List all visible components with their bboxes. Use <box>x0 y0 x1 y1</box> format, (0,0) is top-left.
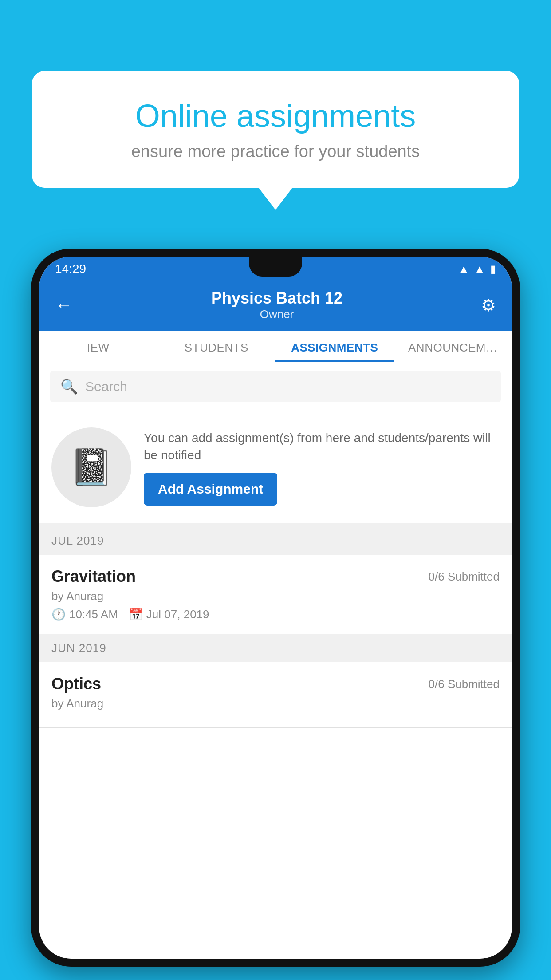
assignment-row: Optics 0/6 Submitted <box>51 675 500 693</box>
phone-screen: 14:29 ▲ ▲ ▮ ← Physics Batch 12 Owner ⚙ I… <box>39 257 512 959</box>
wifi-icon: ▲ <box>458 263 469 275</box>
search-icon: 🔍 <box>60 378 78 395</box>
back-button[interactable]: ← <box>55 295 73 315</box>
settings-button[interactable]: ⚙ <box>481 296 496 315</box>
promo-icon-circle: 📓 <box>51 427 131 507</box>
status-time: 14:29 <box>55 262 86 276</box>
tab-iew[interactable]: IEW <box>39 331 157 362</box>
assignment-date-value: Jul 07, 2019 <box>146 608 209 621</box>
assignment-date: 📅 Jul 07, 2019 <box>129 608 209 621</box>
assignment-row: Gravitation 0/6 Submitted <box>51 567 500 586</box>
assignment-item-gravitation[interactable]: Gravitation 0/6 Submitted by Anurag 🕐 10… <box>39 555 512 634</box>
signal-icon: ▲ <box>474 263 485 275</box>
status-bar: 14:29 ▲ ▲ ▮ <box>39 257 512 281</box>
promo-description: You can add assignment(s) from here and … <box>144 429 500 464</box>
assignment-name: Optics <box>51 675 101 693</box>
section-header-jul: JUL 2019 <box>39 527 512 555</box>
tab-students[interactable]: STUDENTS <box>157 331 276 362</box>
add-assignment-button[interactable]: Add Assignment <box>144 473 277 506</box>
phone-container: 14:29 ▲ ▲ ▮ ← Physics Batch 12 Owner ⚙ I… <box>31 249 520 967</box>
status-icons: ▲ ▲ ▮ <box>458 263 496 275</box>
speech-bubble-container: Online assignments ensure more practice … <box>32 71 519 210</box>
search-container: 🔍 Search <box>39 362 512 411</box>
header-subtitle: Owner <box>211 308 342 321</box>
speech-bubble: Online assignments ensure more practice … <box>32 71 519 188</box>
promo-section: 📓 You can add assignment(s) from here an… <box>39 411 512 527</box>
section-header-jun: JUN 2019 <box>39 634 512 662</box>
speech-bubble-subtitle: ensure more practice for your students <box>63 142 488 161</box>
assignment-time-value: 10:45 AM <box>69 608 118 621</box>
speech-bubble-title: Online assignments <box>63 98 488 134</box>
search-bar[interactable]: 🔍 Search <box>50 371 501 402</box>
header-title: Physics Batch 12 <box>211 289 342 308</box>
assignment-time: 🕐 10:45 AM <box>51 608 118 621</box>
assignment-status: 0/6 Submitted <box>429 570 500 584</box>
promo-content: You can add assignment(s) from here and … <box>144 429 500 506</box>
search-placeholder: Search <box>85 379 127 394</box>
assignment-name: Gravitation <box>51 567 136 586</box>
tab-announcements[interactable]: ANNOUNCEM… <box>394 331 512 362</box>
tabs-bar: IEW STUDENTS ASSIGNMENTS ANNOUNCEM… <box>39 331 512 362</box>
app-header: ← Physics Batch 12 Owner ⚙ <box>39 281 512 331</box>
battery-icon: ▮ <box>490 263 496 275</box>
notch <box>249 257 302 277</box>
tab-assignments[interactable]: ASSIGNMENTS <box>276 331 394 362</box>
assignment-meta: 🕐 10:45 AM 📅 Jul 07, 2019 <box>51 608 500 621</box>
assignment-item-optics[interactable]: Optics 0/6 Submitted by Anurag <box>39 662 512 728</box>
assignment-by: by Anurag <box>51 589 500 603</box>
calendar-icon: 📅 <box>129 608 143 621</box>
header-center: Physics Batch 12 Owner <box>211 289 342 321</box>
assignment-by: by Anurag <box>51 697 500 711</box>
notebook-icon: 📓 <box>69 447 114 488</box>
phone-outer: 14:29 ▲ ▲ ▮ ← Physics Batch 12 Owner ⚙ I… <box>31 249 520 967</box>
speech-bubble-arrow <box>259 188 292 210</box>
assignment-status: 0/6 Submitted <box>429 677 500 691</box>
clock-icon: 🕐 <box>51 608 66 621</box>
